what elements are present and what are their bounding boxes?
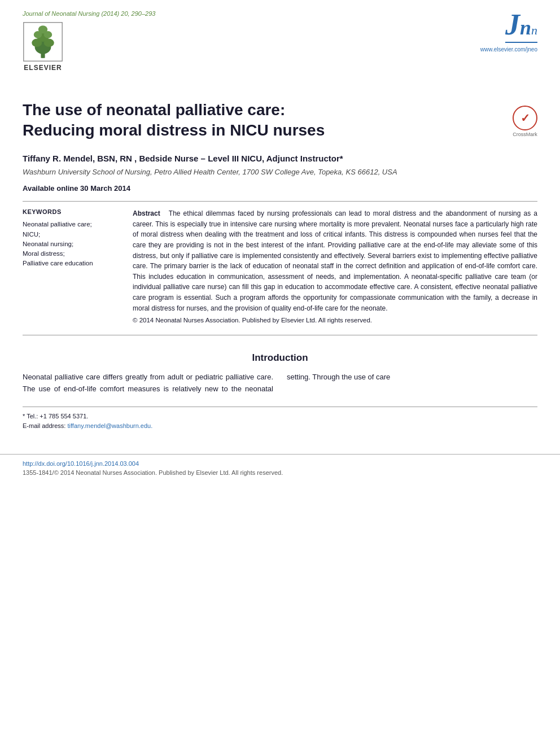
footnote-section: * Tel.: +1 785 554 5371. E-mail address:… [23, 407, 537, 431]
elsevier-tree-icon [23, 21, 63, 62]
keyword-1: Neonatal palliative care; [23, 220, 121, 229]
footnote-email-line: E-mail address: tiffany.mendel@washburn.… [23, 421, 537, 431]
two-col-layout: KEYWORDS Neonatal palliative care; NICU;… [23, 208, 537, 324]
elsevier-label: ELSEVIER [24, 64, 62, 72]
authors: Tiffany R. Mendel, BSN, RN , Bedside Nur… [23, 152, 537, 164]
footer-issn: 1355-1841/© 2014 Neonatal Nurses Associa… [23, 469, 537, 476]
page: Journal of Neonatal Nursing (2014) 20, 2… [0, 0, 560, 747]
abstract-text: Abstract The ethical dilemmas faced by n… [133, 208, 537, 313]
divider-2 [23, 335, 537, 335]
article-title-text: The use of neonatal palliative care: Red… [23, 100, 325, 141]
crossmark-symbol: ✓ [520, 111, 530, 125]
available-online: Available online 30 March 2014 [23, 184, 537, 193]
jnn-j-letter: J [505, 10, 520, 40]
keywords-title: KEYWORDS [23, 208, 121, 215]
journal-url-link[interactable]: www.elsevier.com/jneo [480, 46, 537, 53]
introduction-text: Neonatal palliative care differs greatly… [23, 372, 537, 395]
keyword-2: NICU; [23, 230, 121, 239]
jnn-logo: J n n [505, 10, 537, 43]
abstract-column: Abstract The ethical dilemmas faced by n… [133, 208, 537, 324]
page-footer: http://dx.doi.org/10.1016/j.jnn.2014.03.… [0, 454, 560, 482]
footnote-tel: * Tel.: +1 785 554 5371. [23, 412, 537, 422]
abstract-label: Abstract [133, 209, 160, 217]
introduction-title: Introduction [23, 352, 537, 364]
affiliation: Washburn University School of Nursing, P… [23, 167, 537, 178]
crossmark-icon: ✓ [513, 106, 537, 130]
footnote-email[interactable]: tiffany.mendel@washburn.edu. [67, 422, 152, 429]
keyword-5: Palliative care education [23, 259, 121, 268]
article-title: The use of neonatal palliative care: Red… [23, 100, 325, 141]
svg-point-7 [38, 25, 47, 33]
footer-doi[interactable]: http://dx.doi.org/10.1016/j.jnn.2014.03.… [23, 460, 537, 467]
crossmark-badge: ✓ CrossMark [513, 106, 537, 137]
header-right: J n n www.elsevier.com/jneo [480, 10, 537, 53]
header-left: Journal of Neonatal Nursing (2014) 20, 2… [23, 10, 155, 72]
keywords-list: Neonatal palliative care; NICU; Neonatal… [23, 220, 121, 268]
main-content: The use of neonatal palliative care: Red… [0, 77, 560, 443]
copyright-text: © 2014 Neonatal Nurses Association. Publ… [133, 317, 537, 324]
keywords-column: KEYWORDS Neonatal palliative care; NICU;… [23, 208, 121, 324]
divider-1 [23, 201, 537, 202]
introduction-section: Introduction Neonatal palliative care di… [23, 352, 537, 395]
crossmark-label: CrossMark [513, 132, 537, 137]
footnote-email-label: E-mail address: [23, 422, 67, 429]
abstract-body: The ethical dilemmas faced by nursing pr… [133, 209, 537, 312]
keyword-3: Neonatal nursing; [23, 239, 121, 249]
elsevier-logo: ELSEVIER [23, 21, 63, 72]
jnn-n-letter: n [520, 18, 531, 38]
jnn-small-n-letter: n [531, 23, 537, 38]
page-header: Journal of Neonatal Nursing (2014) 20, 2… [0, 0, 560, 77]
keyword-4: Moral distress; [23, 249, 121, 259]
article-title-section: The use of neonatal palliative care: Red… [23, 100, 537, 141]
journal-citation: Journal of Neonatal Nursing (2014) 20, 2… [23, 10, 155, 17]
